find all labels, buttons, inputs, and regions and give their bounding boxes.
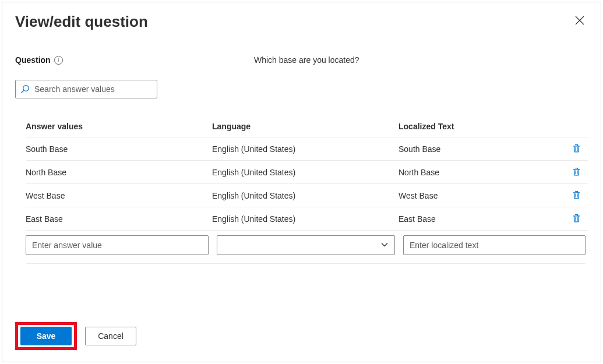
cell-language: English (United States) <box>212 168 399 177</box>
trash-icon <box>572 143 581 155</box>
trash-icon <box>572 213 581 225</box>
question-label: Question <box>15 55 51 65</box>
dialog-header: View/edit question <box>2 2 601 38</box>
dialog-title: View/edit question <box>15 13 148 31</box>
delete-row-button[interactable] <box>565 213 588 225</box>
table-row: East BaseEnglish (United States)East Bas… <box>26 207 588 231</box>
cell-language: English (United States) <box>212 191 399 200</box>
cell-localized-text: North Base <box>399 168 565 177</box>
delete-row-button[interactable] <box>565 190 588 202</box>
question-row: Question i Which base are you located? <box>15 55 588 65</box>
cell-localized-text: East Base <box>399 214 565 224</box>
trash-icon <box>572 190 581 202</box>
cell-answer-value: West Base <box>26 191 212 200</box>
cell-answer-value: North Base <box>26 168 212 177</box>
save-button[interactable]: Save <box>20 327 72 345</box>
answer-value-input[interactable] <box>26 235 209 255</box>
col-language: Language <box>212 122 399 131</box>
cell-localized-text: South Base <box>399 144 565 154</box>
search-box[interactable] <box>15 80 157 98</box>
col-answer-values: Answer values <box>26 122 212 131</box>
dialog-footer: Save Cancel <box>15 322 136 350</box>
info-icon[interactable]: i <box>54 56 63 65</box>
cell-localized-text: West Base <box>399 191 565 200</box>
table-row: West BaseEnglish (United States)West Bas… <box>26 184 588 207</box>
delete-row-button[interactable] <box>565 143 588 155</box>
trash-icon <box>572 167 581 178</box>
col-localized-text: Localized Text <box>399 122 565 131</box>
save-highlight: Save <box>15 322 77 350</box>
dialog-panel: View/edit question Question i Which base… <box>2 2 601 362</box>
dialog-body: Question i Which base are you located? A… <box>2 38 601 264</box>
localized-text-input[interactable] <box>403 235 586 255</box>
answers-grid: Answer values Language Localized Text So… <box>26 117 588 264</box>
grid-header-row: Answer values Language Localized Text <box>26 117 588 137</box>
cell-answer-value: East Base <box>26 214 212 224</box>
close-icon <box>575 16 584 25</box>
cell-language: English (United States) <box>212 214 399 224</box>
search-input[interactable] <box>33 84 152 94</box>
question-label-group: Question i <box>15 55 254 65</box>
table-row: South BaseEnglish (United States)South B… <box>26 137 588 161</box>
language-select[interactable] <box>217 235 395 255</box>
chevron-down-icon <box>380 241 389 250</box>
new-answer-row <box>26 231 586 264</box>
close-button[interactable] <box>572 13 588 30</box>
cell-answer-value: South Base <box>26 144 212 154</box>
question-text: Which base are you located? <box>254 55 359 65</box>
svg-line-1 <box>22 90 24 93</box>
cell-language: English (United States) <box>212 144 399 154</box>
cancel-button[interactable]: Cancel <box>85 327 136 345</box>
svg-point-0 <box>23 86 29 91</box>
delete-row-button[interactable] <box>565 167 588 178</box>
search-icon <box>20 84 30 94</box>
table-row: North BaseEnglish (United States)North B… <box>26 161 588 184</box>
